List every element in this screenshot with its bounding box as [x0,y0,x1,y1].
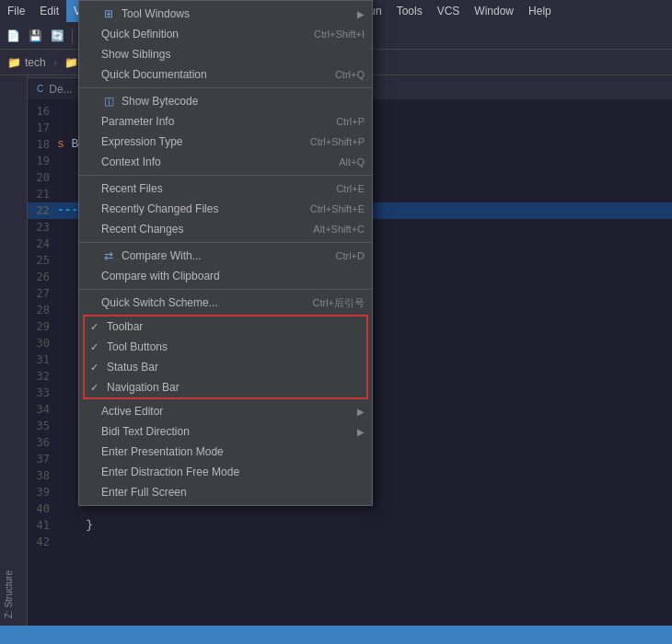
recently-changed-shortcut: Ctrl+Shift+E [310,203,365,214]
menu-item-recent-changes[interactable]: Recent Changes Alt+Shift+C [79,219,372,239]
parameter-info-label: Parameter Info [101,115,174,128]
tool-buttons-label: Tool Buttons [107,340,168,353]
menu-item-context-info[interactable]: Context Info Alt+Q [79,152,372,172]
menu-item-full-screen[interactable]: Enter Full Screen [79,482,372,502]
sep2 [79,175,372,176]
window-icon: ⊞ [101,6,116,21]
menu-item-tool-windows[interactable]: ⊞ Tool Windows ▶ [79,4,372,24]
distraction-free-label: Enter Distraction Free Mode [101,466,239,478]
quick-switch-label: Quick Switch Scheme... [101,296,218,309]
sep3 [79,242,372,243]
expression-type-shortcut: Ctrl+Shift+P [310,136,365,147]
menu-section-checked: ✓ Toolbar ✓ Tool Buttons ✓ Status Bar ✓ [83,315,368,399]
menu-item-distraction-free[interactable]: Enter Distraction Free Mode [79,462,372,482]
bytecode-icon: ◫ [101,94,116,109]
tool-buttons-check-icon: ✓ [90,341,98,353]
quick-doc-shortcut: Ctrl+Q [335,69,365,80]
quick-doc-label: Quick Documentation [101,68,207,81]
menu-item-quick-definition[interactable]: Quick Definition Ctrl+Shift+I [79,24,372,44]
sep4 [79,289,372,290]
bidi-text-arrow: ▶ [357,427,365,437]
recent-changes-shortcut: Alt+Shift+C [313,224,365,235]
toolbar-label: Toolbar [107,320,143,333]
active-editor-label: Active Editor [101,405,163,418]
full-screen-label: Enter Full Screen [101,486,187,499]
show-bytecode-label: Show Bytecode [122,95,198,108]
tool-windows-arrow: ▶ [357,9,365,19]
menu-item-quick-doc[interactable]: Quick Documentation Ctrl+Q [79,64,372,85]
toolbar-check-icon: ✓ [90,321,98,333]
menu-item-toolbar[interactable]: ✓ Toolbar [85,316,366,337]
recently-changed-label: Recently Changed Files [101,202,218,215]
show-siblings-label: Show Siblings [101,48,170,61]
active-editor-arrow: ▶ [357,407,365,417]
quick-switch-shortcut: Ctrl+后引号 [312,296,365,310]
sep1 [79,87,372,88]
bidi-text-label: Bidi Text Direction [101,425,190,438]
navigation-bar-label: Navigation Bar [107,381,180,394]
parameter-info-shortcut: Ctrl+P [336,116,365,127]
menu-item-quick-switch[interactable]: Quick Switch Scheme... Ctrl+后引号 [79,293,372,313]
quick-definition-label: Quick Definition [101,28,179,40]
expression-type-label: Expression Type [101,135,183,148]
compare-with-shortcut: Ctrl+D [336,250,365,261]
menu-item-presentation[interactable]: Enter Presentation Mode [79,442,372,462]
compare-clipboard-label: Compare with Clipboard [101,270,220,282]
menu-item-status-bar[interactable]: ✓ Status Bar [85,357,366,377]
menu-item-compare-with[interactable]: ⇄ Compare With... Ctrl+D [79,246,372,266]
menu-item-recent-files[interactable]: Recent Files Ctrl+E [79,178,372,199]
menu-item-recently-changed[interactable]: Recently Changed Files Ctrl+Shift+E [79,199,372,219]
view-menu-popup: ⊞ Tool Windows ▶ Quick Definition Ctrl+S… [78,0,373,506]
recent-files-label: Recent Files [101,182,163,195]
menu-item-show-bytecode[interactable]: ◫ Show Bytecode [79,91,372,111]
status-bar-check-icon: ✓ [90,362,98,374]
compare-with-label: Compare With... [122,249,202,262]
menu-item-bidi-text[interactable]: Bidi Text Direction ▶ [79,421,372,442]
menu-item-show-siblings[interactable]: Show Siblings [79,44,372,64]
status-bar-label: Status Bar [107,361,158,374]
compare-icon: ⇄ [101,248,116,263]
menu-item-navigation-bar[interactable]: ✓ Navigation Bar [85,377,366,397]
menu-item-parameter-info[interactable]: Parameter Info Ctrl+P [79,111,372,132]
quick-definition-shortcut: Ctrl+Shift+I [314,29,365,40]
navigation-bar-check-icon: ✓ [90,382,98,394]
menu-item-active-editor[interactable]: Active Editor ▶ [79,401,372,421]
context-info-label: Context Info [101,155,161,168]
context-info-shortcut: Alt+Q [339,156,365,167]
recent-files-shortcut: Ctrl+E [336,183,365,194]
menu-item-expression-type[interactable]: Expression Type Ctrl+Shift+P [79,132,372,152]
recent-changes-label: Recent Changes [101,223,183,236]
menu-item-compare-clipboard[interactable]: Compare with Clipboard [79,266,372,286]
dropdown-overlay: ⊞ Tool Windows ▶ Quick Definition Ctrl+S… [0,0,672,644]
menu-item-tool-buttons[interactable]: ✓ Tool Buttons [85,337,366,357]
menu-item-tool-windows-label: Tool Windows [122,7,190,20]
presentation-label: Enter Presentation Mode [101,445,224,458]
